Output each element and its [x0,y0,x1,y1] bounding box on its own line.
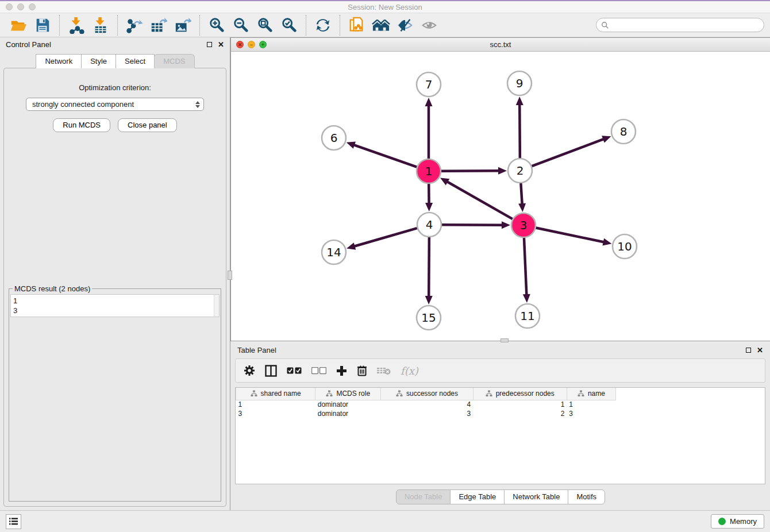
save-session-icon[interactable] [33,16,52,34]
column-header-name[interactable]: name [567,388,615,400]
column-header-predecessor-nodes[interactable]: predecessor nodes [473,388,567,400]
table-row[interactable]: 1dominator411 [236,400,616,409]
node-table[interactable]: shared nameMCDS rolesuccessor nodesprede… [235,387,765,484]
splitter-grip[interactable] [500,338,509,342]
toolbar-separator [199,15,200,36]
criterion-select[interactable]: strongly connected component [26,98,204,111]
table-cell[interactable]: 1 [236,400,315,409]
panel-mode-icon[interactable] [265,365,277,377]
graph-edge-3-10[interactable] [536,228,605,242]
run-mcds-button[interactable]: Run MCDS [53,118,110,132]
panel-splitter-grip[interactable] [228,271,232,280]
delete-columns-icon[interactable] [357,365,367,376]
export-network-icon[interactable] [125,16,144,34]
memory-button[interactable]: Memory [711,514,764,529]
tab-select[interactable]: Select [116,54,155,68]
zoom-fit-icon[interactable] [256,16,274,34]
show-all-icon[interactable] [420,16,438,34]
table-cell[interactable]: 3 [381,409,473,418]
table-cell[interactable]: dominator [315,400,381,409]
tab-edge-table[interactable]: Edge Table [450,489,505,504]
toolbar-separator [59,15,60,36]
graph-edge-3-11[interactable] [524,238,526,296]
column-header-successor-nodes[interactable]: successor nodes [381,388,473,400]
close-panel-button[interactable]: Close panel [118,118,177,132]
window-title: Session: New Session [0,3,770,11]
column-type-icon [251,390,257,397]
unselect-all-columns-icon[interactable] [311,367,326,375]
table-cell[interactable]: 1 [473,400,567,409]
graph-node-label-10: 10 [617,240,632,253]
select-all-columns-icon[interactable] [287,367,302,375]
first-neighbors-icon[interactable] [372,16,390,34]
tab-style[interactable]: Style [81,54,116,68]
graph-edge-4-3[interactable] [442,225,503,225]
table-cell[interactable]: 4 [381,400,473,409]
horizontal-splitter[interactable] [230,341,770,342]
column-header-shared-name[interactable]: shared name [236,388,315,400]
graph-edge-1-6[interactable] [353,145,417,167]
toolbar-separator [117,15,118,36]
table-cell[interactable]: dominator [315,409,381,418]
tab-mcds[interactable]: MCDS [154,54,194,68]
network-minimize-icon[interactable]: − [248,41,255,48]
window-titlebar: Session: New Session [0,1,770,13]
hide-selected-icon[interactable] [396,16,414,34]
tab-network-table[interactable]: Network Table [504,489,568,504]
delete-table-icon[interactable] [377,366,391,375]
graph-edge-4-14[interactable] [353,228,417,246]
main-toolbar [0,13,770,37]
network-close-icon[interactable]: ✕ [236,41,244,48]
table-panel-title: Table Panel [237,346,276,354]
table-settings-icon[interactable] [244,365,255,376]
table-cell[interactable]: 1 [567,400,615,409]
graph-edge-arrowhead [425,203,433,211]
tab-motifs[interactable]: Motifs [568,489,605,504]
open-session-icon[interactable] [9,16,28,34]
graph-edge-1-2[interactable] [441,171,500,171]
search-input[interactable] [612,21,759,29]
mcds-result-area[interactable]: 1 3 [10,294,220,317]
close-panel-icon[interactable]: ✕ [218,42,224,47]
graph-edge-2-3[interactable] [521,183,522,205]
add-column-icon[interactable] [336,365,347,376]
zoom-out-icon[interactable] [232,16,250,34]
tab-network[interactable]: Network [36,54,82,68]
result-scrollbar[interactable] [214,295,219,317]
table-cell[interactable]: 2 [473,409,567,418]
search-field[interactable] [596,18,764,32]
mcds-result-fieldset: MCDS result (2 nodes) 1 3 [9,284,221,502]
graph-edge-2-8[interactable] [532,138,605,166]
graph-edge-arrowhead [425,98,433,106]
zoom-in-icon[interactable] [207,16,226,34]
table-body: 1dominator4113dominator323 [236,400,616,418]
import-network-icon[interactable] [67,16,86,34]
tab-node-table[interactable]: Node Table [396,489,451,504]
zoom-selected-icon[interactable] [280,16,298,34]
table-panel: Table Panel ✕ [230,342,770,510]
graph-edge-arrowhead [425,296,433,304]
table-cell[interactable]: 3 [567,409,615,418]
float-panel-icon[interactable] [207,42,212,47]
graph-node-label-8: 8 [620,125,627,138]
graph-edge-3-1[interactable] [446,181,512,219]
import-table-icon[interactable] [91,16,110,34]
export-table-icon[interactable] [149,16,168,34]
graph-edge-arrowhead [602,238,611,246]
duplicate-network-icon[interactable] [348,16,366,34]
graph-edge-2-9[interactable] [519,103,520,158]
table-row[interactable]: 3dominator323 [236,409,616,418]
column-header-MCDS-role[interactable]: MCDS role [315,388,381,400]
graph-edge-4-15[interactable] [429,237,429,298]
column-type-icon [578,390,584,397]
float-table-panel-icon[interactable] [746,348,751,353]
export-image-icon[interactable] [174,16,192,34]
close-table-panel-icon[interactable]: ✕ [757,348,763,353]
network-canvas[interactable]: 7968124310141511 [231,52,770,341]
refresh-icon[interactable] [314,16,332,34]
network-window-titlebar[interactable]: ✕ − + scc.txt [231,38,770,52]
function-builder-icon[interactable]: f(x) [401,365,418,377]
task-history-button[interactable] [6,514,21,529]
table-cell[interactable]: 3 [236,409,315,418]
network-maximize-icon[interactable]: + [259,41,267,48]
